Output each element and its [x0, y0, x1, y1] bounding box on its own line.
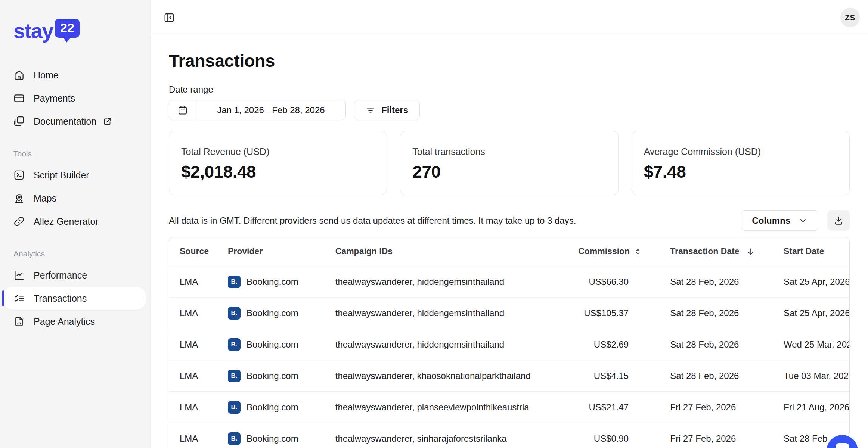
- table-row[interactable]: LMA B. Booking.com thealwayswanderer, hi…: [169, 329, 849, 360]
- stat-label: Total transactions: [412, 146, 618, 157]
- col-header-provider[interactable]: Provider: [228, 246, 335, 256]
- credit-card-icon: [13, 93, 25, 104]
- page-title: Transactions: [169, 50, 850, 71]
- sidebar-item-performance[interactable]: Performance: [3, 264, 146, 287]
- sidebar-item-transactions[interactable]: Transactions: [3, 287, 146, 310]
- data-notice: All data is in GMT. Different providers …: [169, 215, 576, 226]
- cell-campaign-ids: thealwayswanderer, planseeviewpointhikea…: [335, 402, 572, 413]
- section-label-analytics: Analytics: [13, 249, 151, 258]
- logo-badge: 22: [55, 19, 80, 38]
- provider-name: Booking.com: [247, 402, 298, 413]
- booking-logo-icon: B.: [228, 370, 241, 382]
- line-chart-icon: [13, 270, 25, 281]
- date-range-picker[interactable]: Jan 1, 2026 - Feb 28, 2026: [169, 100, 346, 120]
- cell-campaign-ids: thealwayswanderer, sinharajaforestsrilan…: [335, 433, 572, 444]
- table-row[interactable]: LMA B. Booking.com thealwayswanderer, kh…: [169, 360, 849, 392]
- chevron-down-icon: [799, 216, 807, 225]
- cell-campaign-ids: thealwayswanderer, hiddengemsinthailand: [335, 277, 572, 287]
- date-range-value: Jan 1, 2026 - Feb 28, 2026: [196, 100, 345, 120]
- sort-descending-icon[interactable]: [746, 247, 755, 256]
- booking-logo-icon: B.: [228, 432, 241, 445]
- col-header-commission[interactable]: Commission: [571, 246, 642, 256]
- sidebar: stay 22 Home Payments Documentation Tool…: [0, 0, 151, 448]
- cell-commission: US$21.47: [571, 402, 642, 413]
- cell-start-date: Sat 25 Apr, 2026: [784, 277, 849, 287]
- booking-logo-icon: B.: [228, 401, 241, 414]
- stat-label: Total Revenue (USD): [181, 146, 387, 157]
- topbar: ZS: [151, 0, 868, 35]
- stat-label: Average Commission (USD): [644, 146, 849, 157]
- table-row[interactable]: LMA B. Booking.com thealwayswanderer, hi…: [169, 298, 849, 329]
- cell-campaign-ids: thealwayswanderer, hiddengemsinthailand: [335, 339, 572, 350]
- cell-provider: B. Booking.com: [228, 338, 335, 351]
- provider-name: Booking.com: [247, 308, 298, 318]
- table-row[interactable]: LMA B. Booking.com thealwayswanderer, pl…: [169, 392, 849, 423]
- table-header-row: Source Provider Campaign IDs Commission …: [169, 237, 849, 266]
- sidebar-item-label: Documentation: [34, 116, 96, 127]
- home-icon: [13, 69, 25, 81]
- cell-transaction-date: Sat 28 Feb, 2026: [642, 339, 784, 350]
- main-content: Transactions Date range Jan 1, 2026 - Fe…: [151, 35, 868, 448]
- sidebar-nav: Home Payments Documentation Tools Script…: [0, 63, 151, 333]
- chat-icon: [836, 443, 849, 448]
- avatar[interactable]: ZS: [840, 8, 860, 27]
- booking-logo-icon: B.: [228, 307, 241, 320]
- columns-button[interactable]: Columns: [741, 210, 818, 231]
- provider-name: Booking.com: [247, 371, 298, 381]
- col-header-start-date[interactable]: Start Date: [784, 246, 849, 256]
- stat-value: $2,018.48: [181, 162, 387, 182]
- sidebar-item-label: Home: [34, 70, 59, 81]
- transactions-table: Source Provider Campaign IDs Commission …: [169, 237, 850, 448]
- date-range-label: Date range: [169, 84, 850, 95]
- cell-transaction-date: Fri 27 Feb, 2026: [642, 402, 784, 413]
- sort-icon[interactable]: [633, 247, 642, 256]
- sidebar-item-label: Payments: [34, 93, 75, 104]
- filters-button[interactable]: Filters: [354, 100, 420, 120]
- columns-label: Columns: [752, 215, 790, 226]
- terminal-icon: [13, 169, 25, 181]
- sidebar-item-page-analytics[interactable]: Page Analytics: [3, 310, 146, 333]
- provider-name: Booking.com: [247, 277, 298, 287]
- col-header-source[interactable]: Source: [169, 246, 228, 256]
- provider-name: Booking.com: [247, 339, 298, 350]
- filters-label: Filters: [381, 105, 408, 115]
- col-header-campaign-ids[interactable]: Campaign IDs: [335, 246, 572, 256]
- sidebar-item-payments[interactable]: Payments: [3, 87, 146, 110]
- link-icon: [13, 216, 25, 227]
- stat-value: $7.48: [644, 162, 849, 182]
- cell-start-date: Wed 25 Mar, 2026: [784, 339, 849, 350]
- cell-commission: US$105.37: [571, 308, 642, 318]
- download-button[interactable]: [827, 210, 850, 231]
- sidebar-item-label: Performance: [34, 270, 87, 281]
- stay22-logo[interactable]: stay 22: [13, 19, 151, 46]
- cell-transaction-date: Fri 27 Feb, 2026: [642, 433, 784, 444]
- sidebar-item-documentation[interactable]: Documentation: [3, 110, 146, 133]
- cell-transaction-date: Sat 28 Feb, 2026: [642, 277, 784, 287]
- table-row[interactable]: LMA B. Booking.com thealwayswanderer, hi…: [169, 266, 849, 298]
- logo-text: stay: [13, 19, 53, 43]
- provider-name: Booking.com: [247, 433, 298, 444]
- cell-commission: US$2.69: [571, 339, 642, 350]
- file-chart-icon: [13, 316, 25, 327]
- stat-card-total-transactions: Total transactions 270: [400, 131, 618, 195]
- cell-provider: B. Booking.com: [228, 370, 335, 382]
- sidebar-item-script-builder[interactable]: Script Builder: [3, 164, 146, 187]
- cell-provider: B. Booking.com: [228, 307, 335, 320]
- col-header-label: Transaction Date: [670, 246, 739, 256]
- cell-source: LMA: [169, 308, 228, 318]
- calendar-icon: [169, 100, 196, 120]
- col-header-transaction-date[interactable]: Transaction Date: [642, 246, 784, 256]
- cell-source: LMA: [169, 371, 228, 381]
- cell-source: LMA: [169, 433, 228, 444]
- download-icon: [834, 215, 844, 225]
- sidebar-item-label: Allez Generator: [34, 216, 99, 227]
- sidebar-item-maps[interactable]: Maps: [3, 187, 146, 210]
- sidebar-item-allez-generator[interactable]: Allez Generator: [3, 210, 146, 233]
- cell-source: LMA: [169, 277, 228, 287]
- sidebar-item-home[interactable]: Home: [3, 63, 146, 87]
- sidebar-collapse-icon[interactable]: [164, 12, 175, 23]
- table-row[interactable]: LMA B. Booking.com thealwayswanderer, si…: [169, 423, 849, 448]
- booking-logo-icon: B.: [228, 338, 241, 351]
- cell-source: LMA: [169, 339, 228, 350]
- cell-campaign-ids: thealwayswanderer, khaosoknationalparkth…: [335, 371, 572, 381]
